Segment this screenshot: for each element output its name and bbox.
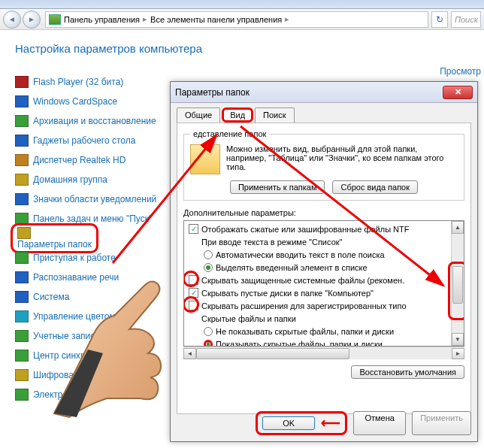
cpl-link[interactable]: Flash Player (32 бита) [33, 77, 123, 87]
scroll-thumb[interactable] [452, 266, 463, 304]
back-button[interactable]: ◄ [3, 11, 21, 29]
radio-icon[interactable] [204, 327, 213, 336]
radio-icon[interactable] [204, 250, 213, 259]
cpl-link[interactable]: Панель задач и меню "Пуск" [33, 213, 152, 224]
cpl-icon [15, 350, 29, 362]
cpl-link[interactable]: Приступая к работе [33, 253, 116, 263]
restore-defaults-button[interactable]: Восстановить умолчания [351, 365, 464, 379]
cpl-icon [15, 369, 29, 381]
cpl-link[interactable]: Windows CardSpace [33, 96, 117, 107]
cancel-button[interactable]: Отмена [353, 411, 406, 435]
advanced-settings-tree[interactable]: ✓Отображать сжатые или зашифрованные фай… [183, 220, 464, 347]
cpl-link[interactable]: Центр синхро [33, 350, 90, 361]
scroll-down-button[interactable]: ▼ [452, 333, 464, 346]
checkbox-icon[interactable] [189, 275, 198, 285]
cpl-icon [15, 330, 29, 342]
cpl-icon [15, 95, 29, 107]
tab-page-view: едставление папок Можно изменить вид, вы… [177, 123, 471, 414]
cpl-icon [15, 154, 29, 166]
search-input[interactable]: Поиск [451, 11, 481, 28]
breadcrumb-seg[interactable]: Панель управления [64, 15, 140, 24]
tab-row: Общие Вид Поиск [171, 103, 477, 123]
radio-icon[interactable] [204, 263, 213, 272]
cpl-link[interactable]: Распознавание речи [33, 272, 119, 283]
apply-button[interactable]: Применить [412, 411, 471, 435]
dialog-title: Параметры папок [175, 87, 443, 98]
page-title: Настройка параметров компьютера [15, 42, 484, 55]
cpl-link[interactable]: Электро [33, 389, 68, 400]
advanced-label: Дополнительные параметры: [183, 208, 464, 217]
tab-search[interactable]: Поиск [255, 107, 294, 123]
dialog-titlebar[interactable]: Параметры папок ✕ [171, 82, 477, 103]
cpl-icon [15, 252, 29, 264]
address-bar: ◄ ► Панель управления ▸ Все элементы пан… [0, 9, 484, 30]
cpl-link[interactable]: Архивация и восстановление [33, 116, 156, 126]
cpl-icon [15, 174, 29, 186]
annotation-box: OK ⟵ [256, 411, 347, 435]
refresh-button[interactable]: ↻ [431, 11, 448, 28]
cpl-icon [17, 227, 31, 239]
folder-views-group: едставление папок Можно изменить вид, вы… [183, 129, 464, 201]
cpl-link[interactable]: Диспетчер Realtek HD [33, 155, 126, 165]
cpl-icon [15, 310, 29, 322]
scroll-up-button[interactable]: ▲ [452, 221, 464, 234]
checkbox-icon[interactable]: ✓ [189, 224, 198, 234]
reset-folders-button[interactable]: Сброс вида папок [332, 180, 418, 194]
vertical-scrollbar[interactable]: ▲ ▼ [451, 221, 464, 346]
cpl-link[interactable]: Система [33, 292, 69, 302]
control-panel-icon [49, 14, 61, 25]
breadcrumb-seg[interactable]: Все элементы панели управления [150, 15, 282, 24]
scroll-thumb[interactable] [196, 348, 349, 359]
scroll-left-button[interactable]: ◄ [183, 348, 196, 359]
view-mode-label[interactable]: Просмотр [440, 66, 481, 77]
horizontal-scrollbar[interactable]: ◄ ► [183, 347, 464, 359]
scroll-right-button[interactable]: ► [452, 348, 464, 359]
breadcrumb[interactable]: Панель управления ▸ Все элементы панели … [45, 11, 428, 28]
cpl-icon [15, 115, 29, 127]
radio-icon[interactable] [204, 340, 213, 347]
cpl-link[interactable]: Домашняя группа [33, 174, 107, 185]
folder-options-dialog: Параметры папок ✕ Общие Вид Поиск едстав… [170, 81, 478, 442]
annotation-box: Параметры папок [11, 223, 98, 253]
arrow-left-icon: ⟵ [321, 415, 340, 431]
apply-to-folders-button[interactable]: Применить к папкам [230, 180, 325, 194]
cpl-icon [15, 135, 29, 147]
cpl-link[interactable]: Параметры папок [17, 239, 92, 250]
cpl-icon [15, 291, 29, 303]
cpl-link[interactable]: Управление цветом [33, 311, 116, 322]
cpl-icon [15, 193, 29, 205]
tab-view[interactable]: Вид [222, 107, 253, 123]
close-button[interactable]: ✕ [443, 86, 473, 99]
cpl-link[interactable]: Гаджеты рабочего стола [33, 135, 135, 146]
cpl-link[interactable]: Шифрова [33, 370, 74, 380]
chevron-right-icon: ▸ [285, 14, 289, 24]
group-description: Можно изменить вид, выбранный для этой п… [226, 144, 458, 174]
cpl-link[interactable]: Значки области уведомлений [33, 194, 156, 204]
checkbox-icon[interactable]: ✓ [189, 288, 198, 298]
folder-views-icon [190, 144, 220, 174]
tab-general[interactable]: Общие [177, 107, 220, 123]
dialog-footer: OK ⟵ Отмена Применить [177, 411, 471, 435]
group-legend: едставление папок [190, 129, 269, 138]
checkbox-icon[interactable] [189, 301, 198, 310]
ok-button[interactable]: OK [262, 416, 315, 430]
cpl-link[interactable]: Учетные записи и [33, 331, 107, 341]
cpl-icon [15, 389, 29, 401]
forward-button[interactable]: ► [23, 11, 41, 29]
cpl-icon [15, 76, 29, 88]
cpl-icon [15, 271, 29, 283]
chevron-right-icon: ▸ [143, 14, 147, 24]
